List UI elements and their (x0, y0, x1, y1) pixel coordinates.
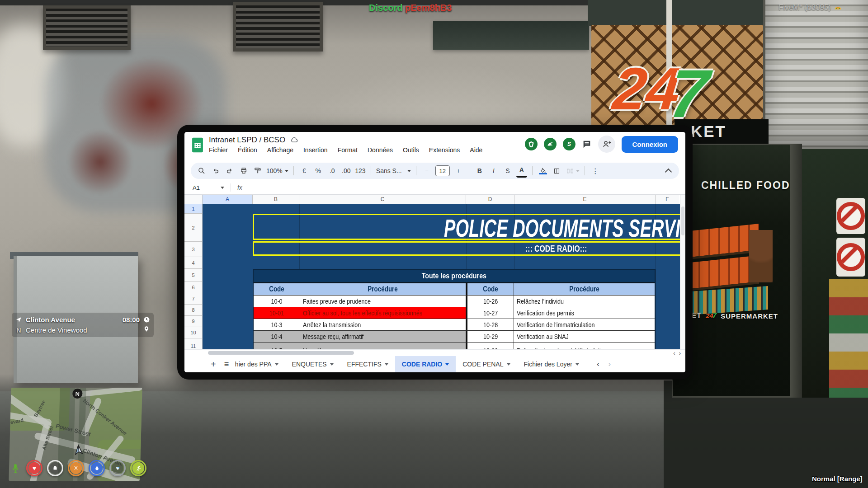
tab-fichier-des-ppa[interactable]: Fichier des PPA (235, 356, 285, 372)
cell-code-alert[interactable]: 10-01 (254, 307, 300, 319)
strikethrough-button[interactable]: S (502, 165, 513, 177)
paint-format-icon[interactable] (252, 165, 263, 177)
menu-affichage[interactable]: Affichage (267, 146, 293, 154)
tab-fichier-des-loyer[interactable]: Fichier des Loyer (517, 356, 586, 372)
cell-code[interactable]: 10-4 (254, 331, 300, 342)
print-icon[interactable] (238, 165, 249, 177)
row-header-7[interactable]: 7 (184, 293, 203, 305)
row-header-10[interactable]: 10 (184, 327, 203, 338)
search-icon[interactable] (196, 165, 207, 177)
increase-font-size-button[interactable]: + (453, 165, 464, 177)
zoom-select[interactable]: 100% (266, 165, 288, 177)
row-header-1[interactable]: 1 (184, 204, 203, 214)
column-header-a[interactable]: A (203, 195, 253, 204)
cell-procedure[interactable]: Negatif (300, 343, 466, 349)
row-header-11[interactable]: 11 (184, 338, 203, 349)
text-color-button[interactable]: A (516, 164, 527, 178)
menu-fichier[interactable]: Fichier (209, 146, 228, 154)
row-header-4[interactable]: 4 (184, 257, 203, 269)
scroll-left-icon[interactable]: ‹ (673, 350, 675, 357)
cell-code[interactable]: 10-29 (466, 331, 514, 342)
cell-procedure[interactable]: Faites preuve de prudence (300, 296, 466, 307)
cell-procedure[interactable]: Verification des permis (514, 307, 655, 319)
tabs-prev-icon[interactable]: ‹ (597, 360, 599, 369)
column-header-e[interactable]: E (514, 195, 656, 204)
font-select[interactable]: Sans S... (376, 165, 411, 177)
menu-aide[interactable]: Aide (470, 146, 482, 154)
vertical-scrollbar[interactable] (680, 195, 685, 349)
formula-input[interactable] (242, 181, 685, 194)
all-sheets-menu-icon[interactable]: ≡ (224, 360, 229, 369)
scroll-right-icon[interactable]: › (679, 350, 681, 357)
bold-button[interactable]: B (474, 165, 485, 177)
tab-enquetes[interactable]: ENQUETES (285, 356, 340, 372)
column-header-f[interactable]: F (656, 195, 679, 204)
cell-code[interactable]: 10-28 (466, 319, 514, 330)
tab-effectifs[interactable]: EFFECTIFS (340, 356, 395, 372)
tabs-next-icon[interactable]: › (609, 360, 611, 369)
cell-code[interactable]: 10-3 (254, 319, 300, 330)
table-title[interactable]: Toute les procédures (254, 270, 655, 283)
name-box[interactable]: A1 (193, 184, 200, 191)
cell-code[interactable]: 10-27 (466, 307, 514, 319)
format-percent-button[interactable]: % (313, 165, 324, 177)
select-all-corner[interactable] (184, 195, 203, 204)
row-header-8[interactable]: 8 (184, 305, 203, 316)
decrease-decimals-button[interactable]: .0 (327, 165, 338, 177)
cell-procedure[interactable]: Relâchez l'individu (514, 296, 655, 307)
tab-code-radio[interactable]: CODE RADIO (395, 356, 456, 372)
fill-color-button[interactable] (538, 165, 548, 177)
sheet-canvas[interactable]: POLICE DOCUMENTS SERVICE ::: CODE RADIO:… (203, 204, 680, 349)
header-proc-right[interactable]: Procédure (514, 283, 655, 295)
menu-outils[interactable]: Outils (403, 146, 419, 154)
row-header-2[interactable]: 2 (184, 214, 203, 242)
menu-insertion[interactable]: Insertion (303, 146, 328, 154)
column-header-b[interactable]: B (253, 195, 299, 204)
italic-button[interactable]: I (488, 165, 499, 177)
menu-format[interactable]: Format (338, 146, 358, 154)
police-documents-banner[interactable]: POLICE DOCUMENTS SERVICE (253, 214, 680, 240)
tab-code-penal[interactable]: CODE PENAL (456, 356, 517, 372)
font-size-input[interactable]: 12 (435, 165, 450, 176)
cell-code[interactable]: 10-5 (254, 343, 300, 349)
header-proc-left[interactable]: Procédure (300, 283, 466, 295)
menu-donnees[interactable]: Données (368, 146, 393, 154)
extension-dolphin-icon[interactable] (544, 138, 557, 150)
merge-cells-button[interactable] (566, 165, 580, 177)
cell-code[interactable]: 10-26 (466, 296, 514, 307)
comments-icon[interactable] (582, 139, 592, 149)
cell-procedure-alert[interactable]: Officier au sol, tous les effectifs réqu… (300, 307, 466, 319)
extension-s-icon[interactable]: S (563, 138, 576, 150)
hscroll-thumb[interactable] (208, 351, 354, 355)
row-header-9[interactable]: 9 (184, 316, 203, 327)
more-formats-button[interactable]: 123 (355, 165, 366, 177)
decrease-font-size-button[interactable]: − (421, 165, 432, 177)
redo-icon[interactable] (224, 165, 235, 177)
cell-procedure[interactable]: Verification au SNAJ (514, 331, 655, 342)
cell-procedure[interactable]: Verification de l'immatriculation (514, 319, 655, 330)
column-header-d[interactable]: D (466, 195, 514, 204)
extension-badger-icon[interactable] (525, 138, 538, 150)
header-code-left[interactable]: Code (254, 283, 300, 295)
format-currency-button[interactable]: € (299, 165, 310, 177)
code-radio-banner[interactable]: ::: CODE RADIO::: (253, 241, 680, 256)
connexion-button[interactable]: Connexion (622, 136, 679, 153)
cell-code[interactable]: 10-0 (254, 296, 300, 307)
header-code-right[interactable]: Code (466, 283, 514, 295)
undo-icon[interactable] (210, 165, 221, 177)
row-header-5[interactable]: 5 (184, 269, 203, 282)
column-header-c[interactable]: C (299, 195, 466, 204)
more-options-icon[interactable]: ⋮ (590, 165, 601, 177)
increase-decimals-button[interactable]: .00 (341, 165, 352, 177)
cell-procedure[interactable]: Refus d'optempérrer / délit de fuite (514, 343, 655, 349)
cell-code[interactable]: 10-30 (466, 343, 514, 349)
borders-button[interactable] (552, 165, 562, 177)
cell-procedure[interactable]: Arrêtez la transmission (300, 319, 466, 330)
row-header-6[interactable]: 6 (184, 282, 203, 293)
menu-extensions[interactable]: Extensions (429, 146, 460, 154)
collapse-toolbar-icon[interactable] (663, 165, 674, 177)
cell-procedure[interactable]: Message reçu, affirmatif (300, 331, 466, 342)
add-sheet-icon[interactable]: + (211, 359, 216, 370)
share-person-add-icon[interactable] (598, 136, 615, 153)
row-header-3[interactable]: 3 (184, 242, 203, 257)
